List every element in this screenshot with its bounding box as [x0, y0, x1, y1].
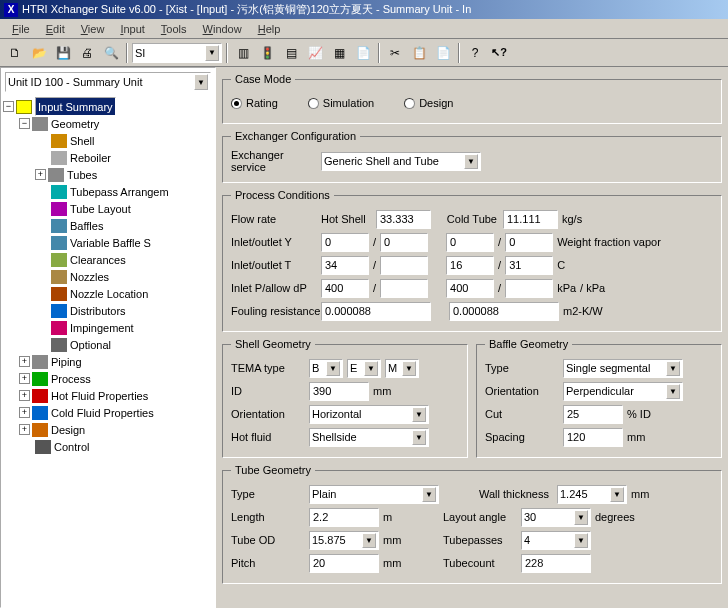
help-icon[interactable]: ? [464, 42, 486, 64]
menu-window[interactable]: Window [195, 21, 250, 37]
tool-icon[interactable]: ▤ [280, 42, 302, 64]
tree-varbaffle[interactable]: Variable Baffle S [70, 237, 151, 249]
tema-e-select[interactable]: E▼ [347, 359, 381, 378]
collapse-icon[interactable]: − [19, 118, 30, 129]
wall-select[interactable]: 1.245▼ [557, 485, 627, 504]
hot-label: Hot fluid [231, 431, 309, 443]
expand-icon[interactable]: + [19, 424, 30, 435]
length-input[interactable] [309, 508, 379, 527]
tree-coldfluid[interactable]: Cold Fluid Properties [51, 407, 154, 419]
menu-input[interactable]: Input [112, 21, 152, 37]
y3-input[interactable] [446, 233, 494, 252]
grid-icon[interactable]: ▦ [328, 42, 350, 64]
radio-rating[interactable]: Rating [231, 97, 278, 109]
tree-distributors[interactable]: Distributors [70, 305, 126, 317]
orient-select[interactable]: Horizontal▼ [309, 405, 429, 424]
p2-input[interactable] [380, 279, 428, 298]
menu-help[interactable]: Help [250, 21, 289, 37]
print-icon[interactable]: 🖨 [76, 42, 98, 64]
tree-impingement[interactable]: Impingement [70, 322, 134, 334]
pitch-input[interactable] [309, 554, 379, 573]
expand-icon[interactable]: + [19, 356, 30, 367]
od-select[interactable]: 15.875▼ [309, 531, 379, 550]
save-icon[interactable]: 💾 [52, 42, 74, 64]
expand-icon[interactable]: + [19, 373, 30, 384]
f2-input[interactable] [449, 302, 559, 321]
tema-m-select[interactable]: M▼ [385, 359, 419, 378]
tree-shell[interactable]: Shell [70, 135, 94, 147]
tree-geometry[interactable]: Geometry [51, 118, 99, 130]
p1-input[interactable] [321, 279, 369, 298]
tree-clearances[interactable]: Clearances [70, 254, 126, 266]
ttype-select[interactable]: Plain▼ [309, 485, 439, 504]
tree-optional[interactable]: Optional [70, 339, 111, 351]
new-icon[interactable]: 🗋 [4, 42, 26, 64]
tree-layout[interactable]: Tube Layout [70, 203, 131, 215]
tree-input-summary[interactable]: Input Summary [35, 97, 116, 116]
tree-piping[interactable]: Piping [51, 356, 82, 368]
panel-icon[interactable]: ▥ [232, 42, 254, 64]
borient-label: Orientation [485, 385, 563, 397]
impingement-icon [51, 321, 67, 335]
tema-label: TEMA type [231, 362, 309, 374]
spacing-input[interactable] [563, 428, 623, 447]
menu-view[interactable]: View [73, 21, 113, 37]
t2-input[interactable] [380, 256, 428, 275]
varbaffle-icon [51, 236, 67, 250]
paste-icon[interactable]: 📄 [432, 42, 454, 64]
unit-combo[interactable]: Unit ID 100 - Summary Unit▼ [5, 72, 211, 92]
open-icon[interactable]: 📂 [28, 42, 50, 64]
tree-tubes[interactable]: Tubes [67, 169, 97, 181]
angle-select[interactable]: 30▼ [521, 508, 591, 527]
tree-hotfluid[interactable]: Hot Fluid Properties [51, 390, 148, 402]
y1-input[interactable] [321, 233, 369, 252]
menu-edit[interactable]: Edit [38, 21, 73, 37]
units-combo[interactable]: SI▼ [132, 43, 222, 63]
menu-file[interactable]: File [4, 21, 38, 37]
search-icon[interactable]: 🔍 [100, 42, 122, 64]
tree-nozzles[interactable]: Nozzles [70, 271, 109, 283]
t1-input[interactable] [321, 256, 369, 275]
f1-input[interactable] [321, 302, 431, 321]
t4-input[interactable] [505, 256, 553, 275]
whatsthis-icon[interactable]: ↖? [488, 42, 510, 64]
p4-input[interactable] [505, 279, 553, 298]
tree-reboiler[interactable]: Reboiler [70, 152, 111, 164]
menu-tools[interactable]: Tools [153, 21, 195, 37]
y2-input[interactable] [380, 233, 428, 252]
process-legend: Process Conditions [231, 189, 334, 201]
service-select[interactable]: Generic Shell and Tube▼ [321, 152, 481, 171]
chart-icon[interactable]: 📈 [304, 42, 326, 64]
cold-flow-input[interactable] [503, 210, 558, 229]
cut-icon[interactable]: ✂ [384, 42, 406, 64]
hot-select[interactable]: Shellside▼ [309, 428, 429, 447]
passes-select[interactable]: 4▼ [521, 531, 591, 550]
tema-b-select[interactable]: B▼ [309, 359, 343, 378]
tree-tubepass[interactable]: Tubepass Arrangem [70, 186, 169, 198]
tree-process[interactable]: Process [51, 373, 91, 385]
doc-icon[interactable]: 📄 [352, 42, 374, 64]
tree-design[interactable]: Design [51, 424, 85, 436]
p3-input[interactable] [446, 279, 494, 298]
y4-input[interactable] [505, 233, 553, 252]
t3-input[interactable] [446, 256, 494, 275]
collapse-icon[interactable]: − [3, 101, 14, 112]
copy-icon[interactable]: 📋 [408, 42, 430, 64]
id-input[interactable] [309, 382, 369, 401]
borient-select[interactable]: Perpendicular▼ [563, 382, 683, 401]
btype-select[interactable]: Single segmental▼ [563, 359, 683, 378]
process-icon [32, 372, 48, 386]
radio-simulation[interactable]: Simulation [308, 97, 374, 109]
expand-icon[interactable]: + [19, 390, 30, 401]
tree-nozzleloc[interactable]: Nozzle Location [70, 288, 148, 300]
coldfluid-icon [32, 406, 48, 420]
tree-baffles[interactable]: Baffles [70, 220, 103, 232]
traffic-icon[interactable]: 🚦 [256, 42, 278, 64]
hot-flow-input[interactable] [376, 210, 431, 229]
cut-input[interactable] [563, 405, 623, 424]
radio-design[interactable]: Design [404, 97, 453, 109]
tree-control[interactable]: Control [54, 441, 89, 453]
expand-icon[interactable]: + [35, 169, 46, 180]
count-input[interactable] [521, 554, 591, 573]
expand-icon[interactable]: + [19, 407, 30, 418]
